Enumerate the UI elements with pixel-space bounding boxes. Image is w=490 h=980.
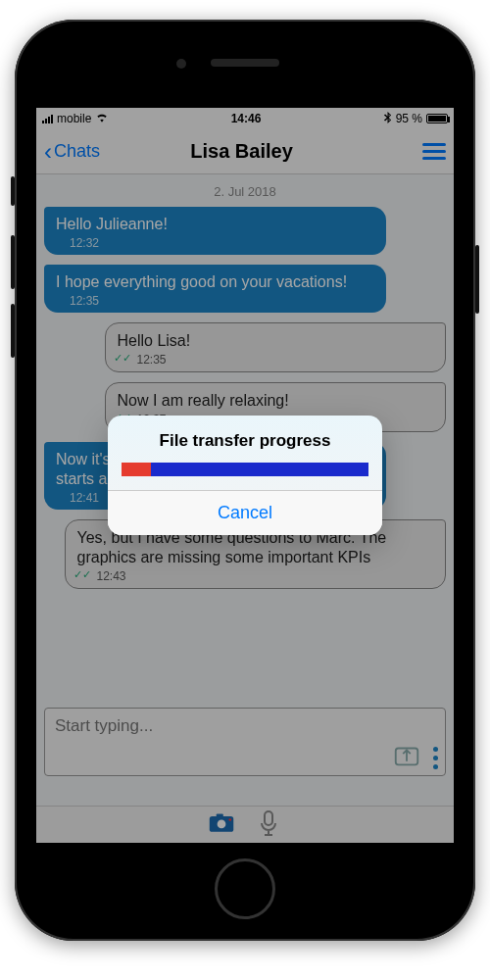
progress-bar: [122, 463, 368, 476]
volume-up-button: [11, 235, 15, 289]
phone-speaker: [211, 59, 279, 67]
modal-overlay[interactable]: File transfer progress Cancel: [36, 108, 454, 843]
power-button: [475, 245, 479, 314]
dialog-title: File transfer progress: [108, 416, 382, 463]
front-camera: [176, 59, 186, 69]
home-button[interactable]: [215, 858, 275, 919]
volume-down-button: [11, 304, 15, 358]
phone-frame: mobile 14:46 95 % ‹ Chats Lisa Bailey: [15, 20, 475, 941]
cancel-button[interactable]: Cancel: [108, 490, 382, 535]
progress-segment-blue: [151, 463, 368, 476]
screen: mobile 14:46 95 % ‹ Chats Lisa Bailey: [36, 108, 454, 843]
progress-segment-red: [122, 463, 151, 476]
mute-switch: [11, 176, 15, 206]
file-transfer-dialog: File transfer progress Cancel: [108, 416, 382, 535]
